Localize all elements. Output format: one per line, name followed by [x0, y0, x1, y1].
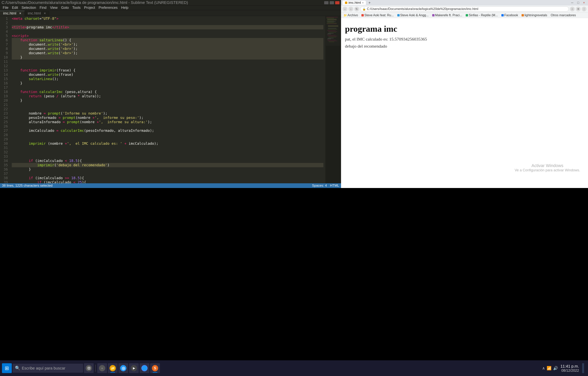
tray-network[interactable]: 📶 [547, 366, 552, 371]
address-bar[interactable]: 🔒 C:/Users/Isaac/Documents/alura/oracle/… [360, 6, 569, 11]
minimap[interactable] [325, 16, 341, 183]
chrome-icon: 🌐 [141, 365, 148, 371]
editor-panel: C:/Users/Isaac/Documents/alura/oracle/lo… [0, 0, 341, 188]
browser-panel: imc.html × + ─ □ × ‹ › ↻ 🔒 C:/Users/Isaa… [341, 0, 588, 188]
bookmark-archivo[interactable]: 📁 Archivo [342, 13, 359, 17]
clock-time: 11:41 p.m. [560, 364, 579, 369]
tray-volume[interactable]: 🔊 [553, 366, 558, 371]
black-area [0, 188, 588, 360]
maximize-button[interactable] [330, 1, 334, 4]
browser-icon: ◎ [120, 365, 127, 371]
taskview-icon: ⊡ [86, 365, 92, 371]
bookmark-sinfias[interactable]: Sinfias - Reptile (M... [465, 13, 499, 17]
taskbar-terminal[interactable]: ▶ [129, 363, 139, 373]
browser-minimize[interactable]: ─ [570, 1, 575, 4]
back-button[interactable]: ‹ [342, 7, 347, 11]
taskbar-file-explorer[interactable]: 📁 [108, 363, 118, 373]
start-button[interactable]: ⊞ [2, 363, 12, 373]
menu-help[interactable]: Help [119, 5, 130, 10]
taskbar-cortana[interactable]: ○ [97, 363, 107, 373]
browser-maximize[interactable]: □ [576, 1, 581, 4]
reload-button[interactable]: ↻ [354, 7, 359, 11]
page-heading: programa imc [345, 24, 584, 34]
clock[interactable]: 11:41 p.m. 08/12/2022 [560, 364, 579, 373]
browser-bookmarks-bar: 📁 Archivo Steve Aoki feat: Ru... Steve A… [341, 12, 588, 18]
editor-title: C:/Users/Isaac/Documents/alura/oracle/lo… [1, 0, 188, 5]
code-area[interactable]: <meta charset="UTF-8"> <title>programa i… [10, 16, 325, 183]
new-tab-button[interactable]: + [367, 0, 372, 5]
taskview-button[interactable]: ⊡ [84, 363, 94, 373]
taskbar-right: ∧ 📶 🔊 11:41 p.m. 08/12/2022 [542, 363, 586, 373]
bookmark-label-4: Sinfias - Reptile (M... [469, 13, 498, 17]
menu-find[interactable]: Find [38, 5, 48, 10]
browser-tabs-bar: imc.html × + [342, 0, 570, 5]
menu-selection[interactable]: Selection [20, 5, 38, 10]
taskbar-browser[interactable]: ◎ [118, 363, 128, 373]
tab-imc-inactive[interactable]: imc.html × [25, 11, 49, 16]
bookmark-favicon-3 [432, 14, 435, 16]
browser-tab-imc[interactable]: imc.html × [342, 0, 366, 5]
browser-win-controls: ─ □ × [570, 1, 587, 4]
file-explorer-icon: 📁 [110, 365, 116, 371]
editor-tabs: imc.html × imc.html × [0, 10, 341, 16]
editor-body: 12345 678910 1112131415 1617181920 21222… [0, 16, 341, 183]
bookmark-steve2[interactable]: Steve Aoki & Angg... [396, 13, 430, 17]
menu-file[interactable]: File [1, 5, 10, 10]
taskbar-sublime[interactable]: S [150, 363, 160, 373]
bookmark-label-1: Steve Aoki feat: Ru... [364, 13, 394, 17]
bookmark-favicon-1 [362, 14, 364, 16]
editor-statusbar: 38 lines, 1225 characters selected Space… [0, 183, 341, 188]
taskbar-search[interactable]: 🔍 Escribe aquí para buscar [12, 364, 83, 373]
editor-menubar: File Edit Selection Find View Goto Tools… [0, 5, 341, 10]
browser-titlebar: imc.html × + ─ □ × [341, 0, 588, 5]
line-numbers: 12345 678910 1112131415 1617181920 21222… [0, 16, 10, 183]
close-button[interactable] [335, 1, 340, 4]
tray-expand[interactable]: ∧ [542, 366, 545, 371]
browser-content: programa imc pat, el IMC calculado es: 1… [341, 18, 588, 188]
clock-date: 08/12/2022 [560, 369, 579, 373]
menu-project[interactable]: Project [83, 5, 97, 10]
system-tray: ∧ 📶 🔊 [542, 366, 558, 371]
bookmark-label-archivo: Archivo [348, 13, 358, 17]
search-placeholder-text: Escribe aquí para buscar [22, 366, 65, 371]
status-lines: 38 lines, 1225 characters selected [2, 184, 53, 188]
taskbar-chrome[interactable]: 🌐 [139, 363, 149, 373]
cortana-icon: ○ [99, 365, 105, 371]
bookmark-otros[interactable]: Otros marcadores [550, 13, 577, 17]
watermark-line1: Activar Windows [515, 163, 580, 168]
forward-button[interactable]: › [349, 7, 353, 11]
minimize-button[interactable] [324, 1, 329, 4]
browser-navbar: ‹ › ↻ 🔒 C:/Users/Isaac/Documents/alura/o… [341, 5, 588, 12]
tab-favicon [345, 1, 347, 4]
menu-preferences[interactable]: Preferences [97, 5, 119, 10]
taskbar: ⊞ 🔍 Escribe aquí para buscar ⊡ ○ 📁 ◎ ▶ 🌐 [0, 360, 588, 376]
bookmark-label-3: Makerefe ft. Praci... [435, 13, 462, 17]
bookmark-lightning[interactable]: lightningrevetals [521, 13, 548, 17]
extensions-button[interactable]: ⚙ [576, 7, 581, 11]
show-desktop-button[interactable] [582, 363, 584, 373]
menu-view[interactable]: View [48, 5, 59, 10]
bookmark-facebook[interactable]: Facebook [500, 13, 519, 17]
menu-goto[interactable]: Goto [60, 5, 70, 10]
bookmark-favicon-4 [466, 14, 468, 16]
taskbar-divider [95, 365, 96, 372]
browser-close[interactable]: × [582, 1, 587, 4]
bookmark-makerefe[interactable]: Makerefe ft. Praci... [431, 13, 463, 17]
bookmark-steve1[interactable]: Steve Aoki feat: Ru... [360, 13, 395, 17]
bookmark-icon: 📁 [343, 14, 347, 17]
bookmark-star[interactable]: ☆ [570, 7, 575, 11]
status-encoding: HTML [330, 184, 339, 188]
browser-tab-label: imc.html [349, 1, 361, 5]
watermark-line2: Ve a Configuración para activar Windows. [515, 168, 580, 172]
menu-button[interactable]: ⋮ [582, 7, 587, 11]
editor-titlebar: C:/Users/Isaac/Documents/alura/oracle/lo… [0, 0, 341, 5]
menu-tools[interactable]: Tools [71, 5, 82, 10]
status-spaces: Spaces: 4 [312, 184, 327, 188]
tab-imc-active[interactable]: imc.html × [0, 11, 25, 16]
tab-close-button[interactable]: × [362, 1, 363, 4]
bookmark-label-otros: Otros marcadores [551, 13, 576, 17]
lock-icon: 🔒 [363, 7, 366, 10]
svg-rect-28 [326, 16, 341, 46]
menu-edit[interactable]: Edit [11, 5, 20, 10]
page-result: pat, el IMC calculado es: 15.57093425603… [345, 37, 584, 42]
